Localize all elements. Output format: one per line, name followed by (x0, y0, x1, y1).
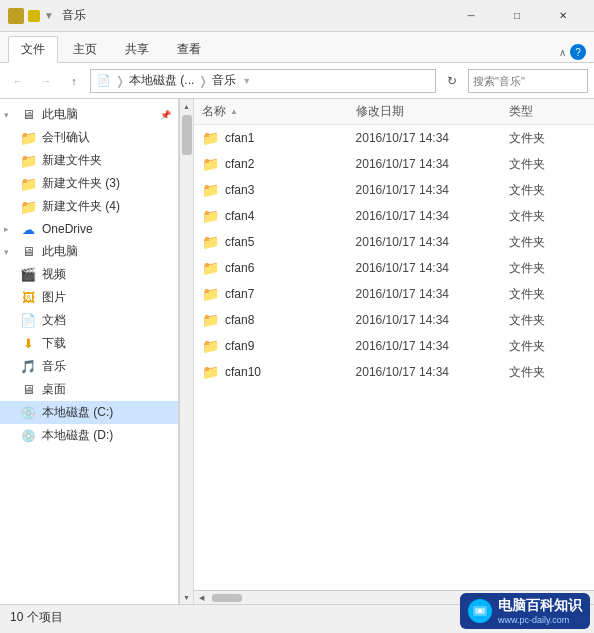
table-row[interactable]: 📁 cfan8 2016/10/17 14:34 文件夹 (194, 307, 594, 333)
file-date: 2016/10/17 14:34 (356, 209, 449, 223)
col-header-date[interactable]: 修改日期 (356, 103, 510, 120)
file-name: cfan5 (225, 235, 254, 249)
file-type: 文件夹 (509, 156, 545, 173)
sidebar-item-newfolder[interactable]: 📁 新建文件夹 (0, 149, 178, 172)
sidebar-scrollbar: ▲ ▼ (179, 99, 193, 604)
expand-arrow: ▾ (4, 110, 14, 120)
document-icon: 📄 (20, 313, 36, 329)
folder-icon: 📁 (202, 260, 219, 276)
watermark: 电脑百科知识 www.pc-daily.com (460, 593, 590, 629)
file-name-cell: 📁 cfan6 (202, 260, 356, 276)
table-row[interactable]: 📁 cfan1 2016/10/17 14:34 文件夹 (194, 125, 594, 151)
sidebar-item-music[interactable]: 🎵 音乐 (0, 355, 178, 378)
file-date-cell: 2016/10/17 14:34 (356, 157, 510, 171)
sidebar: ▾ 🖥 此电脑 📌 📁 会刊确认 📁 新建文件夹 📁 新建文件夹 (3) 📁 新… (0, 99, 179, 604)
pin-icon: 📌 (160, 110, 170, 120)
search-input[interactable] (473, 75, 594, 87)
sidebar-label: 会刊确认 (42, 129, 90, 146)
table-row[interactable]: 📁 cfan10 2016/10/17 14:34 文件夹 (194, 359, 594, 385)
minimize-button[interactable]: ─ (448, 0, 494, 32)
sidebar-item-newfolder3[interactable]: 📁 新建文件夹 (3) (0, 172, 178, 195)
file-date: 2016/10/17 14:34 (356, 183, 449, 197)
back-button[interactable]: ← (6, 69, 30, 93)
path-part2: 音乐 (212, 72, 236, 89)
item-count: 10 个项目 (10, 609, 63, 626)
file-date: 2016/10/17 14:34 (356, 235, 449, 249)
folder-icon: 📁 (20, 176, 36, 192)
address-path[interactable]: 📄 ❭ 本地磁盘 (... ❭ 音乐 ▼ (90, 69, 436, 93)
music-icon: 🎵 (20, 359, 36, 375)
sidebar-item-picture[interactable]: 🖼 图片 (0, 286, 178, 309)
table-row[interactable]: 📁 cfan7 2016/10/17 14:34 文件夹 (194, 281, 594, 307)
search-box: 🔍 (468, 69, 588, 93)
address-bar: ← → ↑ 📄 ❭ 本地磁盘 (... ❭ 音乐 ▼ ↻ 🔍 (0, 63, 594, 99)
sidebar-item-drive-d[interactable]: 💿 本地磁盘 (D:) (0, 424, 178, 447)
computer-icon: 🖥 (20, 244, 36, 260)
app-icon-small (28, 10, 40, 22)
sidebar-label: 本地磁盘 (D:) (42, 427, 113, 444)
sidebar-item-thispc-quick[interactable]: ▾ 🖥 此电脑 📌 (0, 103, 178, 126)
file-date-cell: 2016/10/17 14:34 (356, 209, 510, 223)
sidebar-item-drive-c[interactable]: 💿 本地磁盘 (C:) (0, 401, 178, 424)
file-name-cell: 📁 cfan1 (202, 130, 356, 146)
sidebar-label: 新建文件夹 (42, 152, 102, 169)
folder-icon: 📁 (20, 130, 36, 146)
table-row[interactable]: 📁 cfan9 2016/10/17 14:34 文件夹 (194, 333, 594, 359)
sidebar-item-onedrive[interactable]: ▸ ☁ OneDrive (0, 218, 178, 240)
content-container: 名称 ▲ 修改日期 类型 📁 cfan1 2016/10/17 14:34 (194, 99, 594, 604)
forward-button[interactable]: → (34, 69, 58, 93)
file-name: cfan6 (225, 261, 254, 275)
table-row[interactable]: 📁 cfan3 2016/10/17 14:34 文件夹 (194, 177, 594, 203)
watermark-icon (468, 599, 492, 623)
sidebar-item-newfolder4[interactable]: 📁 新建文件夹 (4) (0, 195, 178, 218)
scroll-left-arrow[interactable]: ◀ (194, 591, 208, 605)
up-button[interactable]: ↑ (62, 69, 86, 93)
help-icon[interactable]: ? (570, 44, 586, 60)
refresh-button[interactable]: ↻ (440, 69, 464, 93)
desktop-icon: 🖥 (20, 382, 36, 398)
sidebar-item-thispc[interactable]: ▾ 🖥 此电脑 (0, 240, 178, 263)
file-date: 2016/10/17 14:34 (356, 365, 449, 379)
table-row[interactable]: 📁 cfan4 2016/10/17 14:34 文件夹 (194, 203, 594, 229)
file-date: 2016/10/17 14:34 (356, 261, 449, 275)
app-icon (8, 8, 24, 24)
sidebar-label: 桌面 (42, 381, 66, 398)
file-name-cell: 📁 cfan4 (202, 208, 356, 224)
file-name-cell: 📁 cfan3 (202, 182, 356, 198)
file-type: 文件夹 (509, 130, 545, 147)
tab-home[interactable]: 主页 (60, 36, 110, 62)
computer-icon: 🖥 (20, 107, 36, 123)
close-button[interactable]: ✕ (540, 0, 586, 32)
expand-arrow: ▸ (4, 224, 14, 234)
column-headers: 名称 ▲ 修改日期 类型 (194, 99, 594, 125)
watermark-url: www.pc-daily.com (498, 615, 582, 625)
sidebar-item-desktop[interactable]: 🖥 桌面 (0, 378, 178, 401)
tab-share[interactable]: 共享 (112, 36, 162, 62)
file-name-cell: 📁 cfan5 (202, 234, 356, 250)
sidebar-item-download[interactable]: ⬇ 下载 (0, 332, 178, 355)
sidebar-item-doc[interactable]: 📄 文档 (0, 309, 178, 332)
path-separator: ❭ (115, 74, 125, 88)
sidebar-label: 此电脑 (42, 106, 78, 123)
col-header-name[interactable]: 名称 ▲ (202, 103, 356, 120)
table-row[interactable]: 📁 cfan5 2016/10/17 14:34 文件夹 (194, 229, 594, 255)
file-type-cell: 文件夹 (509, 338, 586, 355)
table-row[interactable]: 📁 cfan2 2016/10/17 14:34 文件夹 (194, 151, 594, 177)
scroll-up-arrow[interactable]: ▲ (180, 99, 194, 113)
sidebar-item-huikan[interactable]: 📁 会刊确认 (0, 126, 178, 149)
scroll-down-arrow[interactable]: ▼ (180, 590, 194, 604)
tab-view[interactable]: 查看 (164, 36, 214, 62)
sidebar-item-video[interactable]: 🎬 视频 (0, 263, 178, 286)
col-header-type[interactable]: 类型 (509, 103, 586, 120)
file-type: 文件夹 (509, 208, 545, 225)
sidebar-label: OneDrive (42, 222, 93, 236)
path-dropdown[interactable]: ▼ (242, 76, 251, 86)
file-name-cell: 📁 cfan10 (202, 364, 356, 380)
ribbon-collapse-icon[interactable]: ∧ (559, 47, 566, 58)
table-row[interactable]: 📁 cfan6 2016/10/17 14:34 文件夹 (194, 255, 594, 281)
tab-file[interactable]: 文件 (8, 36, 58, 63)
file-type: 文件夹 (509, 286, 545, 303)
path-separator2: ❭ (198, 74, 208, 88)
maximize-button[interactable]: □ (494, 0, 540, 32)
folder-icon: 📁 (202, 312, 219, 328)
